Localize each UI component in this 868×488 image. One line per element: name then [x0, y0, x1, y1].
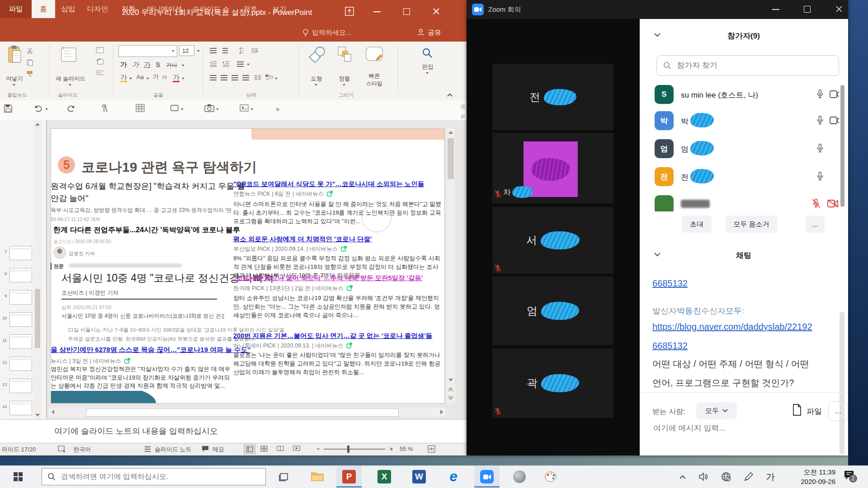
thumb-scroll-thumb[interactable] [35, 289, 40, 348]
participant-search-box[interactable] [656, 55, 839, 76]
reading-view-button[interactable] [277, 446, 284, 452]
task-view-button[interactable] [271, 466, 297, 488]
share-button[interactable]: 공유 [428, 28, 441, 37]
video-tile[interactable]: 엄 [492, 277, 613, 345]
justify-icon[interactable] [242, 75, 249, 80]
accessibility-icon[interactable] [58, 446, 66, 453]
tell-me-box[interactable]: 입력하세요... [312, 28, 352, 37]
zoom-in-button[interactable]: + [390, 446, 393, 452]
italic-button[interactable]: 가 [132, 61, 139, 69]
align-left-icon[interactable] [210, 75, 217, 80]
bold-button[interactable]: 가 [120, 61, 127, 69]
file-icon[interactable] [792, 404, 802, 416]
chat-url-link-2[interactable]: 6685132 [652, 341, 688, 351]
paste-button-label[interactable]: 여넣기 [0, 75, 29, 83]
paste-icon[interactable] [7, 45, 23, 64]
mic-icon[interactable] [816, 115, 825, 126]
hscroll-right-icon[interactable] [440, 410, 443, 414]
table-icon[interactable] [136, 104, 145, 112]
thumbnail-scrollbar[interactable] [33, 120, 42, 419]
network-globe-icon[interactable] [716, 466, 736, 488]
zoom-out-button[interactable]: − [316, 446, 320, 452]
mic-icon[interactable] [816, 143, 825, 154]
zoom-close-button[interactable] [835, 5, 843, 13]
mute-all-button[interactable]: 모두 음소거 [725, 216, 778, 233]
chat-clipped-link[interactable] [652, 267, 831, 272]
touch-mode-icon[interactable] [99, 104, 108, 113]
slide-thumbnail[interactable] [9, 290, 32, 305]
taskbar-clock[interactable]: 오전 11:39 2020-09-26 [785, 468, 835, 485]
notes-toggle-button[interactable]: 슬라이드 노트 [155, 446, 192, 454]
excel-taskbar-icon[interactable]: X [372, 466, 397, 488]
participant-search-input[interactable] [676, 61, 827, 70]
arrange-button-label[interactable]: 정렬 [332, 75, 357, 83]
news-article-link[interactable]: 평소 외로운 사람에게 더 치명적인 '코로나 단절' [233, 235, 372, 244]
vscroll-thumb[interactable] [448, 138, 454, 179]
bullets-icon[interactable] [210, 48, 217, 53]
tab-insert[interactable]: 삽입 [55, 0, 81, 18]
chat-more-button[interactable]: ... [828, 401, 848, 421]
increase-indent-icon[interactable] [222, 61, 230, 67]
ribbon-display-options-icon[interactable] [344, 6, 354, 16]
new-slide-button-label[interactable]: 새 슬라이드 [49, 75, 92, 83]
change-case-button[interactable]: Aa [137, 74, 144, 80]
sphere-app-icon[interactable] [507, 466, 532, 488]
camera-icon[interactable] [830, 117, 839, 124]
vscroll-up-icon[interactable] [448, 131, 453, 134]
columns-icon[interactable] [254, 75, 261, 80]
news-article-link-visited[interactable]: "코로나에 죽으나 굶어 죽으나"…추석 대목 앞둔 모란5일장 '갈등' [233, 274, 423, 282]
thumb-scroll-up-icon[interactable] [35, 123, 40, 126]
language-indicator[interactable]: 한국어 [73, 446, 91, 454]
camera-caret-icon[interactable] [216, 108, 219, 110]
shrink-font-button[interactable]: 가 [162, 74, 167, 81]
highlight-color-button[interactable]: 가 [120, 73, 127, 82]
screenshot-icon[interactable] [240, 104, 249, 112]
fit-to-window-icon[interactable] [428, 445, 435, 453]
zoom-minimize-button[interactable] [772, 9, 779, 10]
edge-taskbar-icon[interactable]: e [441, 466, 466, 488]
cut-icon[interactable] [26, 47, 33, 54]
thumb-scroll-down-icon[interactable] [35, 414, 40, 417]
tab-slideshow[interactable]: 슬라이드 쇼 [186, 0, 236, 18]
collapse-ribbon-icon[interactable] [447, 93, 453, 97]
memo-toggle-button[interactable]: 메모 [212, 446, 224, 454]
camera-icon[interactable] [830, 90, 839, 98]
find-icon[interactable] [421, 47, 433, 59]
word-taskbar-icon[interactable]: W [406, 466, 432, 488]
send-to-dropdown[interactable]: 모두 [696, 402, 737, 419]
chat-link[interactable]: 6685132 [652, 278, 688, 289]
strikethrough-button[interactable]: 가나 [166, 61, 177, 69]
undo-icon[interactable] [33, 104, 43, 113]
previous-slide-button[interactable] [448, 387, 454, 392]
file-explorer-icon[interactable] [305, 466, 330, 488]
numbering-icon[interactable] [222, 48, 228, 53]
hscroll-left-icon[interactable] [52, 410, 54, 414]
panel-divider[interactable] [46, 120, 47, 419]
zoom-taskbar-icon[interactable] [474, 466, 500, 488]
font-size-combobox[interactable]: 12 [179, 45, 194, 56]
tab-file[interactable]: 파일 [0, 0, 32, 18]
news-link-headline[interactable]: 올 상반기에만 6278명 스스로 목숨 끊어…"코로나19 여파 늘 수도" [51, 346, 251, 354]
normal-view-button[interactable] [243, 444, 256, 455]
zoom-title-bar[interactable] [467, 0, 848, 19]
news-article-link[interactable]: "QR코드 보여달래서 식당도 못 가"…코로나시대 소외되는 노인들 [233, 180, 424, 188]
list-menu-icon[interactable] [237, 61, 244, 67]
new-slide-icon[interactable] [60, 45, 78, 64]
video-tile[interactable]: 전 [492, 64, 613, 130]
zoom-maximize-button[interactable] [804, 6, 811, 13]
slide-thumbnail[interactable] [9, 246, 32, 260]
slide-sorter-view-button[interactable] [260, 446, 268, 452]
chat-message-input[interactable] [652, 421, 835, 436]
font-name-combobox[interactable] [118, 45, 177, 57]
tab-transitions[interactable]: 전환 [114, 0, 143, 18]
align-right-icon[interactable] [231, 75, 238, 80]
powerpoint-taskbar-icon[interactable]: P [336, 466, 362, 488]
participant-list[interactable]: S su min lee (호스트, 나) 박 박 엄 엄 전 전 [640, 81, 839, 211]
camera-icon[interactable] [204, 104, 214, 112]
slide-title[interactable]: 코로나19 관련 욕구 탐색하기 [81, 158, 257, 177]
ppt-maximize-button[interactable] [403, 8, 410, 15]
slide-thumbnail[interactable] [9, 357, 32, 371]
slideshow-view-button[interactable] [293, 446, 300, 452]
zoom-percent[interactable]: 55 % [400, 446, 413, 452]
ppt-close-button[interactable] [432, 7, 440, 15]
